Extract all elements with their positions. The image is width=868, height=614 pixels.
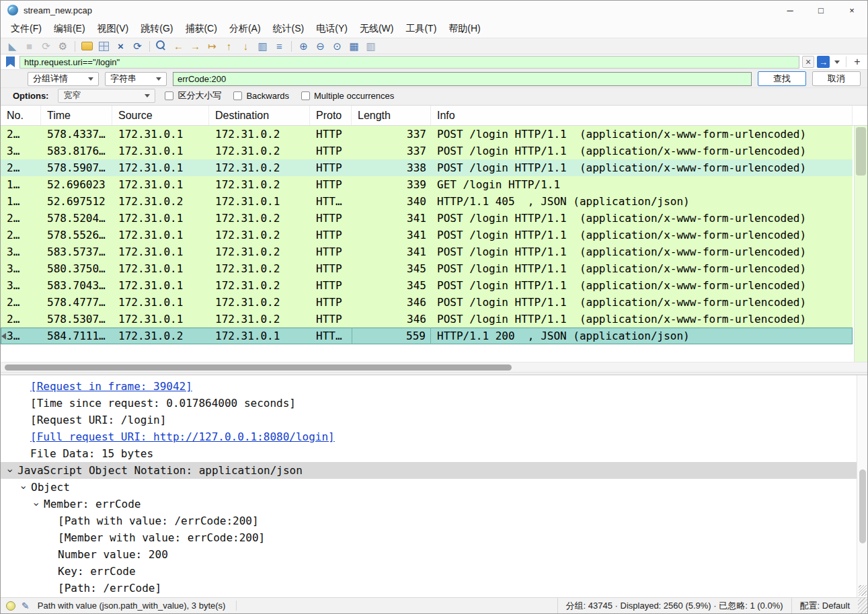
- menu-item[interactable]: 统计(S): [267, 21, 311, 37]
- filter-add-button[interactable]: +: [851, 56, 864, 68]
- char-width-select[interactable]: 宽窄: [58, 89, 155, 103]
- go-first-icon[interactable]: ↑: [221, 39, 237, 53]
- go-forward-icon[interactable]: →: [188, 39, 203, 53]
- goto-packet-icon[interactable]: ↦: [204, 39, 220, 53]
- column-header-info[interactable]: Info: [431, 106, 853, 125]
- detail-row[interactable]: Member: errCode: [1, 496, 857, 512]
- start-capture-icon[interactable]: ◣: [5, 39, 20, 53]
- packet-row[interactable]: 2…578.4337…172.31.0.1172.31.0.2HTTP337PO…: [1, 126, 853, 143]
- filter-bookmark-icon[interactable]: [6, 56, 15, 67]
- packet-row[interactable]: 2…578.4777…172.31.0.1172.31.0.2HTTP346PO…: [1, 294, 853, 311]
- menu-item[interactable]: 视图(V): [91, 21, 135, 37]
- packet-scrollbar-thumb[interactable]: [856, 127, 866, 176]
- packet-cell-length: 559: [352, 328, 431, 344]
- close-file-icon[interactable]: ×: [113, 39, 128, 53]
- close-button[interactable]: ×: [836, 1, 867, 20]
- details-scrollbar[interactable]: [857, 375, 867, 597]
- search-input[interactable]: errCode:200: [173, 72, 752, 86]
- expander-chevron-icon[interactable]: [30, 500, 42, 508]
- packet-row[interactable]: 3…584.7111…172.31.0.2172.31.0.1HTT…559HT…: [1, 328, 853, 344]
- cancel-button[interactable]: 取消: [812, 71, 861, 86]
- menu-item[interactable]: 编辑(E): [48, 21, 91, 37]
- packet-list-scrollbar[interactable]: [853, 106, 867, 362]
- expander-chevron-icon[interactable]: [4, 467, 16, 475]
- hscrollbar-thumb[interactable]: [5, 364, 512, 371]
- menu-item[interactable]: 分析(A): [223, 21, 267, 37]
- details-resize-grip[interactable]: [859, 585, 867, 596]
- packet-minimap[interactable]: [854, 126, 867, 362]
- detail-row[interactable]: [Time since request: 0.017864000 seconds…: [1, 395, 857, 412]
- resize-grip[interactable]: [858, 598, 867, 613]
- packet-row[interactable]: 1…52.696023172.31.0.1172.31.0.2HTTP339GE…: [1, 176, 853, 193]
- details-scrollbar-thumb[interactable]: [859, 469, 866, 543]
- column-header-time[interactable]: Time: [41, 106, 112, 125]
- column-header-protocol[interactable]: Proto: [310, 106, 352, 125]
- menu-item[interactable]: 无线(W): [354, 21, 400, 37]
- detail-row[interactable]: File Data: 15 bytes: [1, 445, 857, 462]
- maximize-button[interactable]: □: [805, 1, 836, 20]
- detail-row[interactable]: JavaScript Object Notation: application/…: [1, 462, 857, 479]
- zoom-out-icon[interactable]: ⊖: [313, 39, 328, 53]
- reload-file-icon[interactable]: ⟳: [130, 39, 145, 53]
- packet-row[interactable]: 1…52.697512172.31.0.2172.31.0.1HTT…340HT…: [1, 193, 853, 210]
- capture-options-icon[interactable]: ⚙: [55, 39, 71, 53]
- resize-columns-icon[interactable]: ▦: [346, 39, 362, 53]
- packet-row[interactable]: 2…578.5526…172.31.0.1172.31.0.2HTTP341PO…: [1, 227, 853, 243]
- detail-row[interactable]: [Full request URI: http://127.0.0.1:8080…: [1, 428, 857, 445]
- restart-capture-icon[interactable]: ⟳: [38, 39, 54, 53]
- detail-row[interactable]: Object: [1, 479, 857, 496]
- column-header-length[interactable]: Length: [352, 106, 431, 125]
- find-packet-icon[interactable]: [154, 39, 169, 53]
- search-scope-select[interactable]: 分组详情: [28, 72, 99, 86]
- case-sensitive-checkbox[interactable]: 区分大小写: [165, 89, 221, 102]
- detail-row[interactable]: [Request URI: /login]: [1, 412, 857, 428]
- detail-row[interactable]: [Request in frame: 39042]: [1, 378, 857, 395]
- detail-row[interactable]: Key: errCode: [1, 563, 857, 580]
- backwards-checkbox[interactable]: Backwards: [233, 91, 289, 101]
- column-header-no[interactable]: No.: [1, 106, 41, 125]
- profile-text[interactable]: 配置: Default: [791, 598, 858, 613]
- menu-item[interactable]: 捕获(C): [179, 21, 223, 37]
- packet-row[interactable]: 2…578.5907…172.31.0.1172.31.0.2HTTP338PO…: [1, 159, 853, 176]
- autoscroll-icon[interactable]: ▥: [255, 39, 270, 53]
- reset-layout-icon[interactable]: ▥: [363, 39, 379, 53]
- column-header-destination[interactable]: Destination: [209, 106, 310, 125]
- zoom-in-icon[interactable]: ⊕: [296, 39, 311, 53]
- go-last-icon[interactable]: ↓: [238, 39, 253, 53]
- filter-clear-icon[interactable]: ×: [802, 56, 814, 68]
- packet-row[interactable]: 3…583.8176…172.31.0.1172.31.0.2HTTP337PO…: [1, 143, 853, 159]
- find-button[interactable]: 查找: [758, 71, 806, 86]
- open-file-icon[interactable]: [79, 39, 95, 53]
- minimize-button[interactable]: ─: [775, 1, 805, 20]
- detail-row[interactable]: [Path with value: /errCode:200]: [1, 512, 857, 529]
- packet-row[interactable]: 2…578.5307…172.31.0.1172.31.0.2HTTP346PO…: [1, 311, 853, 328]
- packet-row[interactable]: 3…583.7043…172.31.0.1172.31.0.2HTTP345PO…: [1, 277, 853, 294]
- stop-capture-icon[interactable]: ■: [22, 39, 37, 53]
- menu-item[interactable]: 工具(T): [399, 21, 442, 37]
- go-back-icon[interactable]: ←: [171, 39, 186, 53]
- column-header-source[interactable]: Source: [112, 106, 209, 125]
- save-file-icon[interactable]: [96, 39, 112, 53]
- colorize-icon[interactable]: ≡: [272, 39, 287, 53]
- packet-cell-time: 578.5907…: [41, 159, 112, 176]
- packet-list-hscrollbar[interactable]: [1, 362, 867, 372]
- detail-row[interactable]: [Path: /errCode]: [1, 580, 857, 597]
- filter-apply-icon[interactable]: →: [817, 56, 830, 68]
- packet-row[interactable]: 2…578.5204…172.31.0.1172.31.0.2HTTP341PO…: [1, 210, 853, 227]
- zoom-normal-icon[interactable]: ⊙: [329, 39, 345, 53]
- menu-item[interactable]: 帮助(H): [442, 21, 486, 37]
- multiple-occurrences-checkbox[interactable]: Multiple occurrences: [301, 91, 394, 101]
- capture-comment-icon[interactable]: ✎: [22, 601, 30, 611]
- packet-row[interactable]: 3…580.3750…172.31.0.1172.31.0.2HTTP345PO…: [1, 260, 853, 277]
- menu-item[interactable]: 电话(Y): [310, 21, 354, 37]
- search-type-select[interactable]: 字符串: [105, 72, 167, 86]
- expert-info-icon[interactable]: [6, 601, 15, 611]
- packet-row[interactable]: 3…583.5737…172.31.0.1172.31.0.2HTTP341PO…: [1, 243, 853, 260]
- detail-row[interactable]: [Member with value: errCode:200]: [1, 529, 857, 546]
- menu-item[interactable]: 跳转(G): [134, 21, 179, 37]
- display-filter-input[interactable]: http.request.uri=="/login": [19, 56, 799, 69]
- menu-item[interactable]: 文件(F): [5, 21, 48, 37]
- detail-row[interactable]: Number value: 200: [1, 546, 857, 563]
- filter-dropdown-chevron-icon[interactable]: [832, 56, 842, 68]
- expander-chevron-icon[interactable]: [17, 484, 30, 492]
